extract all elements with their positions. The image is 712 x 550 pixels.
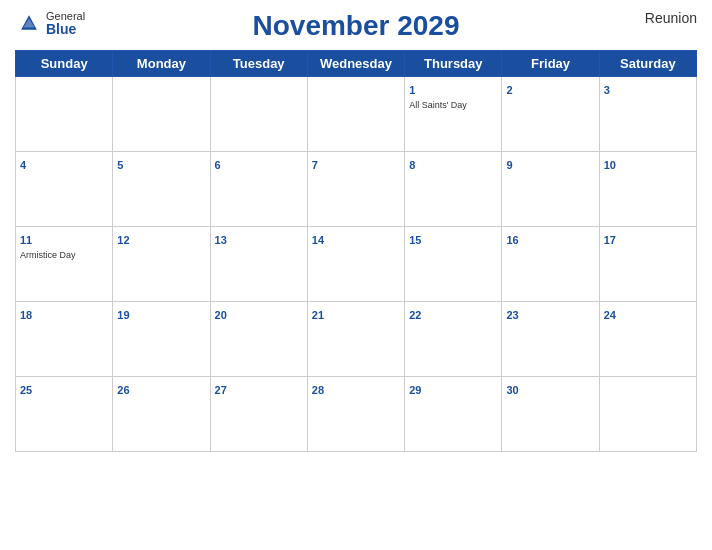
day-number: 1 (409, 84, 415, 96)
calendar-cell: 25 (16, 377, 113, 452)
holiday-label: Armistice Day (20, 250, 108, 261)
day-number: 20 (215, 309, 227, 321)
calendar-table: SundayMondayTuesdayWednesdayThursdayFrid… (15, 50, 697, 452)
day-number: 3 (604, 84, 610, 96)
calendar-cell (113, 77, 210, 152)
logo-blue-text: Blue (46, 22, 85, 36)
calendar-cell: 30 (502, 377, 599, 452)
calendar-container: General Blue November 2029 Reunion Sunda… (0, 0, 712, 550)
calendar-cell: 5 (113, 152, 210, 227)
calendar-cell: 19 (113, 302, 210, 377)
day-number: 23 (506, 309, 518, 321)
calendar-cell: 18 (16, 302, 113, 377)
day-number: 26 (117, 384, 129, 396)
weekday-header: Sunday (16, 51, 113, 77)
calendar-cell: 29 (405, 377, 502, 452)
weekday-header: Monday (113, 51, 210, 77)
day-number: 15 (409, 234, 421, 246)
day-number: 2 (506, 84, 512, 96)
day-number: 7 (312, 159, 318, 171)
day-number: 24 (604, 309, 616, 321)
calendar-cell: 8 (405, 152, 502, 227)
calendar-cell: 26 (113, 377, 210, 452)
day-number: 13 (215, 234, 227, 246)
weekday-header: Thursday (405, 51, 502, 77)
weekday-header: Wednesday (307, 51, 404, 77)
day-number: 5 (117, 159, 123, 171)
calendar-cell: 16 (502, 227, 599, 302)
day-number: 16 (506, 234, 518, 246)
calendar-cell: 1All Saints' Day (405, 77, 502, 152)
calendar-cell: 15 (405, 227, 502, 302)
calendar-cell: 24 (599, 302, 696, 377)
day-number: 4 (20, 159, 26, 171)
weekday-header: Saturday (599, 51, 696, 77)
weekday-header: Tuesday (210, 51, 307, 77)
calendar-cell: 3 (599, 77, 696, 152)
calendar-cell (16, 77, 113, 152)
day-number: 22 (409, 309, 421, 321)
day-number: 30 (506, 384, 518, 396)
calendar-cell: 7 (307, 152, 404, 227)
day-number: 28 (312, 384, 324, 396)
calendar-cell: 17 (599, 227, 696, 302)
logo-icon (15, 14, 43, 32)
calendar-header: General Blue November 2029 Reunion (15, 10, 697, 42)
logo: General Blue (15, 10, 85, 36)
day-number: 14 (312, 234, 324, 246)
calendar-week-row: 18192021222324 (16, 302, 697, 377)
calendar-cell (307, 77, 404, 152)
calendar-cell: 6 (210, 152, 307, 227)
day-number: 17 (604, 234, 616, 246)
calendar-header-row: SundayMondayTuesdayWednesdayThursdayFrid… (16, 51, 697, 77)
calendar-cell: 20 (210, 302, 307, 377)
calendar-cell: 21 (307, 302, 404, 377)
weekday-header: Friday (502, 51, 599, 77)
weekday-row: SundayMondayTuesdayWednesdayThursdayFrid… (16, 51, 697, 77)
calendar-cell (210, 77, 307, 152)
calendar-cell: 4 (16, 152, 113, 227)
calendar-cell: 13 (210, 227, 307, 302)
logo-text: General Blue (46, 10, 85, 36)
calendar-cell: 12 (113, 227, 210, 302)
calendar-body: 1All Saints' Day234567891011Armistice Da… (16, 77, 697, 452)
day-number: 10 (604, 159, 616, 171)
region-label: Reunion (645, 10, 697, 26)
calendar-cell (599, 377, 696, 452)
day-number: 27 (215, 384, 227, 396)
day-number: 8 (409, 159, 415, 171)
day-number: 19 (117, 309, 129, 321)
calendar-cell: 2 (502, 77, 599, 152)
day-number: 12 (117, 234, 129, 246)
calendar-week-row: 1All Saints' Day23 (16, 77, 697, 152)
calendar-week-row: 45678910 (16, 152, 697, 227)
calendar-cell: 22 (405, 302, 502, 377)
day-number: 29 (409, 384, 421, 396)
calendar-cell: 28 (307, 377, 404, 452)
calendar-week-row: 252627282930 (16, 377, 697, 452)
day-number: 6 (215, 159, 221, 171)
calendar-cell: 27 (210, 377, 307, 452)
holiday-label: All Saints' Day (409, 100, 497, 111)
calendar-week-row: 11Armistice Day121314151617 (16, 227, 697, 302)
calendar-cell: 11Armistice Day (16, 227, 113, 302)
calendar-cell: 23 (502, 302, 599, 377)
day-number: 21 (312, 309, 324, 321)
day-number: 18 (20, 309, 32, 321)
calendar-cell: 14 (307, 227, 404, 302)
calendar-cell: 10 (599, 152, 696, 227)
month-title: November 2029 (252, 10, 459, 42)
day-number: 11 (20, 234, 32, 246)
day-number: 25 (20, 384, 32, 396)
day-number: 9 (506, 159, 512, 171)
calendar-cell: 9 (502, 152, 599, 227)
